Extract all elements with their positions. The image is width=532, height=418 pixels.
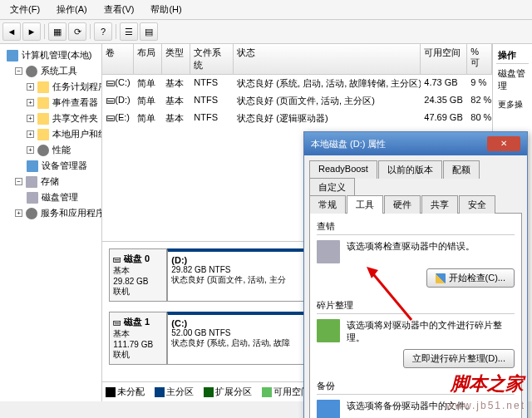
- collapse-icon[interactable]: −: [15, 67, 22, 75]
- volume-grid-header: 卷 布局 类型 文件系统 状态 可用空间 % 可: [102, 44, 492, 75]
- tab-hardware[interactable]: 硬件: [384, 195, 421, 214]
- expand-icon[interactable]: +: [27, 146, 34, 154]
- tree-system-tools[interactable]: −系统工具: [3, 63, 98, 79]
- disk-icon: [27, 192, 38, 204]
- menubar: 文件(F) 操作(A) 查看(V) 帮助(H): [0, 0, 532, 20]
- check-now-button[interactable]: 开始检查(C)...: [426, 268, 515, 288]
- defrag-now-button[interactable]: 立即进行碎片整理(D)...: [403, 349, 515, 368]
- menu-file[interactable]: 文件(F): [3, 2, 47, 17]
- toolbar: ◄ ► ▦ ⟳ ? ☰ ▤: [0, 20, 532, 44]
- tab-general[interactable]: 常规: [309, 195, 346, 214]
- tab-tools[interactable]: 工具: [347, 195, 383, 214]
- tree-local-users[interactable]: +本地用户和组: [3, 126, 98, 142]
- forward-button[interactable]: ►: [22, 22, 41, 41]
- tree-disk-mgmt[interactable]: 磁盘管理: [3, 189, 98, 205]
- group-check: 查错 该选项将检查驱动器中的错误。 开始检查(C)...: [317, 220, 515, 288]
- watermark-url: www.jb51.net: [446, 400, 525, 411]
- help-button[interactable]: ?: [94, 22, 112, 41]
- menu-help[interactable]: 帮助(H): [144, 2, 188, 17]
- col-free[interactable]: 可用空间: [421, 44, 467, 74]
- tools-icon: [26, 66, 37, 77]
- volume-row[interactable]: 🖴(C:)简单基本NTFS状态良好 (系统, 启动, 活动, 故障转储, 主分区…: [102, 75, 492, 92]
- tree-services[interactable]: +服务和应用程序: [3, 205, 98, 221]
- actions-diskmgmt[interactable]: 磁盘管理: [496, 64, 529, 96]
- defrag-icon: [317, 319, 340, 342]
- menu-view[interactable]: 查看(V): [97, 2, 141, 17]
- computer-icon: [7, 50, 18, 61]
- col-layout[interactable]: 布局: [134, 44, 162, 74]
- refresh-button[interactable]: ⟳: [68, 22, 86, 41]
- tree-shared-folders[interactable]: +共享文件夹: [3, 111, 98, 126]
- backup-icon: [317, 400, 340, 418]
- dialog-tabs: ReadyBoost 以前的版本 配额 自定义 常规 工具 硬件 共享 安全: [304, 155, 527, 213]
- storage-icon: [26, 176, 37, 188]
- expand-icon[interactable]: +: [27, 115, 34, 122]
- col-type[interactable]: 类型: [162, 44, 190, 74]
- group-defrag: 碎片整理 该选项将对驱动器中的文件进行碎片整理。 立即进行碎片整理(D)...: [317, 299, 515, 368]
- folder-icon: [37, 113, 49, 125]
- tree-performance[interactable]: +性能: [3, 142, 98, 158]
- tab-sharing[interactable]: 共享: [421, 195, 458, 214]
- services-icon: [26, 208, 37, 219]
- list-button[interactable]: ☰: [120, 22, 138, 41]
- shield-icon: [436, 273, 446, 283]
- menu-action[interactable]: 操作(A): [50, 2, 94, 17]
- tab-security[interactable]: 安全: [459, 195, 495, 214]
- device-icon: [27, 160, 38, 172]
- dialog-title-text: 本地磁盘 (D:) 属性: [311, 138, 386, 150]
- dialog-titlebar[interactable]: 本地磁盘 (D:) 属性 ✕: [304, 132, 527, 155]
- volume-row[interactable]: 🖴(D:)简单基本NTFS状态良好 (页面文件, 活动, 主分区)24.35 G…: [102, 92, 492, 110]
- watermark: 脚本之家: [451, 371, 524, 396]
- close-button[interactable]: ✕: [487, 136, 520, 151]
- col-filesystem[interactable]: 文件系统: [190, 44, 234, 74]
- actions-more[interactable]: 更多操: [496, 96, 529, 114]
- expand-icon[interactable]: +: [27, 83, 34, 91]
- tab-readyboost[interactable]: ReadyBoost: [309, 160, 377, 179]
- volume-row[interactable]: 🖴(E:)简单基本NTFS状态良好 (逻辑驱动器)47.69 GB80 %: [102, 110, 492, 127]
- view-button[interactable]: ▦: [48, 22, 66, 41]
- tree-computer-mgmt[interactable]: 计算机管理(本地): [3, 47, 98, 63]
- collapse-icon[interactable]: −: [15, 178, 22, 185]
- actions-title: 操作: [496, 47, 529, 64]
- col-volume[interactable]: 卷: [102, 44, 134, 74]
- perf-icon: [37, 145, 49, 156]
- tab-prevversions[interactable]: 以前的版本: [378, 160, 442, 179]
- event-icon: [37, 97, 49, 109]
- volume-grid-body: 🖴(C:)简单基本NTFS状态良好 (系统, 启动, 活动, 故障转储, 主分区…: [102, 75, 492, 127]
- expand-icon[interactable]: +: [27, 130, 34, 138]
- tree-task-scheduler[interactable]: +任务计划程序: [3, 79, 98, 95]
- check-icon: [317, 240, 340, 263]
- tree-storage[interactable]: −存储: [3, 174, 98, 189]
- col-pct[interactable]: % 可: [467, 44, 492, 74]
- tree-event-viewer[interactable]: +事件查看器: [3, 95, 98, 111]
- clock-icon: [37, 81, 49, 93]
- back-button[interactable]: ◄: [2, 22, 21, 41]
- col-status[interactable]: 状态: [234, 44, 421, 74]
- tab-quota[interactable]: 配额: [443, 160, 480, 179]
- expand-icon[interactable]: +: [27, 99, 34, 106]
- expand-icon[interactable]: +: [15, 209, 22, 217]
- nav-tree: 计算机管理(本地) −系统工具 +任务计划程序 +事件查看器 +共享文件夹 +本…: [0, 44, 102, 401]
- users-icon: [37, 129, 49, 140]
- tab-custom[interactable]: 自定义: [309, 178, 355, 196]
- details-button[interactable]: ▤: [140, 22, 158, 41]
- tree-device-mgr[interactable]: 设备管理器: [3, 158, 98, 174]
